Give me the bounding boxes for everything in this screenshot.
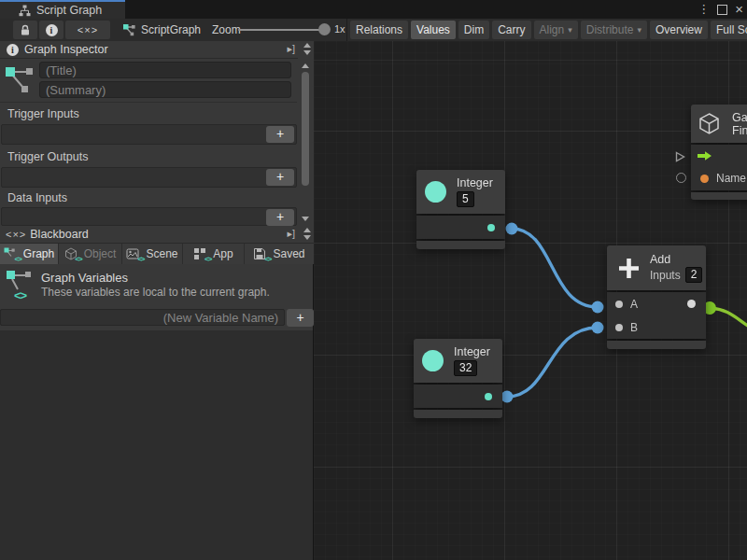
node-footer [414, 410, 502, 418]
inspector-scrollbar[interactable] [298, 58, 314, 226]
graph-inspector-header: i Graph Inspector ▸] [0, 41, 314, 59]
new-variable-input[interactable] [0, 309, 285, 326]
graph-tree-icon [19, 5, 31, 17]
output-port[interactable] [687, 300, 696, 308]
window-tab-bar: Script Graph ⋮ × [0, 0, 747, 19]
output-port[interactable] [485, 393, 492, 400]
dim-button[interactable]: Dim [458, 21, 489, 39]
node-integer-5[interactable]: Integer 5 [416, 170, 505, 249]
output-port[interactable] [487, 224, 495, 231]
close-icon[interactable]: × [735, 3, 743, 16]
distribute-dropdown[interactable]: Distribute ▾ [581, 21, 647, 39]
zoom-value: 1x [334, 23, 345, 35]
data-inputs-list: + [1, 207, 297, 226]
integer-value-field[interactable]: 5 [457, 191, 474, 207]
tab-title: Script Graph [36, 4, 102, 17]
tab-saved[interactable]: <> Saved [245, 244, 314, 264]
flow-arrow-icon[interactable] [697, 150, 713, 161]
graph-variables-description: These variables are local to the current… [41, 286, 270, 299]
blackboard-tabs: <> Graph <> Object <> Scene <> App <> Sa… [0, 244, 314, 264]
wire-endpoint[interactable] [592, 301, 604, 314]
port-label: A [630, 298, 638, 311]
port-row-a: A [607, 292, 706, 315]
add-trigger-output-button[interactable]: + [266, 169, 294, 186]
input-port-b[interactable] [615, 324, 623, 331]
carry-button[interactable]: Carry [492, 21, 530, 39]
inputs-count-field[interactable]: 2 [685, 267, 703, 283]
input-port-a[interactable] [615, 301, 623, 308]
zoom-slider-handle[interactable] [318, 23, 331, 35]
graph-canvas[interactable]: Integer 5 Integer 32 Add [314, 41, 747, 560]
script-graph-icon [122, 23, 136, 37]
tab-scene[interactable]: <> Scene [122, 244, 183, 264]
node-title: GameObject [732, 111, 747, 124]
graph-inspector-icon [4, 63, 35, 99]
add-variable-button[interactable]: + [287, 309, 314, 327]
code-icon: <×> [78, 24, 98, 35]
add-trigger-input-button[interactable]: + [266, 126, 294, 143]
toolbar-separator [346, 19, 347, 41]
port-label: B [630, 321, 638, 334]
scroll-up-icon[interactable] [302, 63, 309, 68]
tab-app[interactable]: <> App [183, 244, 245, 264]
code-icon: <×> [6, 229, 26, 240]
full-screen-button[interactable]: Full Screen [711, 21, 747, 39]
node-subtitle: Find [732, 124, 747, 137]
panel-title: Graph Inspector [24, 43, 108, 56]
graph-variables-icon: <> [6, 269, 35, 302]
tab-object[interactable]: <> Object [59, 244, 122, 264]
wire-endpoint[interactable] [506, 223, 518, 235]
graph-variables-title: Graph Variables [41, 271, 128, 285]
maximize-icon[interactable] [717, 5, 727, 15]
chevron-down-icon: ▾ [637, 25, 641, 35]
scrollbar-thumb[interactable] [302, 72, 309, 186]
name-port-row: Name [691, 167, 747, 189]
trigger-outputs-list: + [1, 167, 297, 188]
node-gameobject-find[interactable]: GameObject Find Name [691, 105, 747, 200]
node-title: Integer [457, 176, 493, 189]
flow-input-port[interactable] [674, 150, 686, 163]
graph-title-input[interactable] [39, 62, 291, 78]
node-integer-32[interactable]: Integer 32 [414, 339, 502, 418]
panel-title: Blackboard [30, 228, 89, 241]
code-view-button[interactable]: <×> [65, 21, 110, 39]
wire-endpoint[interactable] [592, 322, 604, 334]
info-icon: i [46, 24, 58, 36]
divider [0, 102, 297, 103]
scroll-down-icon[interactable] [302, 217, 309, 221]
overview-button[interactable]: Overview [650, 21, 708, 39]
info-button[interactable]: i [39, 21, 63, 39]
tab-script-graph[interactable]: Script Graph [0, 2, 125, 19]
inputs-label: Inputs [650, 269, 681, 282]
add-data-input-button[interactable]: + [266, 209, 294, 226]
graph-name-label: ScriptGraph [141, 23, 201, 36]
dock-icon[interactable]: ▸] [287, 228, 295, 240]
wire-integer32-to-add-b [507, 328, 598, 397]
graph-toolbar: i <×> ScriptGraph Zoom 1x Relations Valu… [0, 19, 747, 42]
lock-button[interactable] [13, 21, 37, 39]
data-input-port[interactable] [676, 173, 686, 183]
side-panel: i Graph Inspector ▸] Trigger Inputs + Tr… [0, 41, 314, 560]
window-menu-icon[interactable]: ⋮ [698, 2, 710, 17]
integer-type-icon [425, 181, 446, 203]
trigger-inputs-label: Trigger Inputs [7, 107, 79, 120]
values-button[interactable]: Values [411, 21, 456, 39]
wire-endpoint[interactable] [501, 391, 514, 403]
info-icon: i [7, 44, 19, 56]
panel-scroll-arrows[interactable] [303, 228, 311, 240]
tab-graph[interactable]: <> Graph [0, 244, 59, 264]
trigger-outputs-label: Trigger Outputs [7, 150, 88, 163]
integer-value-field[interactable]: 32 [454, 360, 477, 376]
align-dropdown[interactable]: Align ▾ [534, 21, 578, 39]
node-title: Add [650, 253, 702, 266]
node-add[interactable]: Add Inputs 2 A B [607, 245, 706, 349]
blackboard-header: <×> Blackboard ▸] [0, 226, 314, 244]
string-input-port[interactable] [700, 175, 709, 183]
graph-summary-input[interactable] [39, 81, 291, 98]
panel-scroll-arrows[interactable] [303, 43, 311, 55]
blackboard-empty-area [0, 330, 313, 560]
zoom-slider-track[interactable] [238, 29, 324, 31]
zoom-label: Zoom [212, 23, 241, 36]
relations-button[interactable]: Relations [350, 21, 408, 39]
dock-icon[interactable]: ▸] [287, 43, 295, 55]
